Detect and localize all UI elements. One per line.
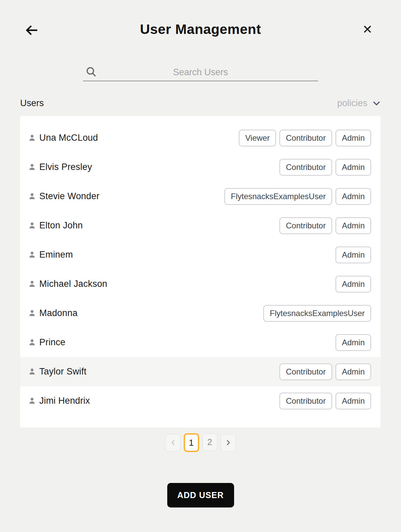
person-icon	[29, 164, 36, 171]
search-icon	[86, 66, 97, 78]
user-name: Michael Jackson	[39, 279, 336, 289]
list-header: Users policies	[20, 98, 380, 108]
policy-badge[interactable]: Contributor	[279, 393, 332, 409]
user-name: Elvis Presley	[39, 162, 279, 172]
policy-badge[interactable]: Admin	[336, 363, 371, 380]
policy-badges: ContributorAdmin	[279, 217, 371, 234]
policy-badge[interactable]: Contributor	[279, 130, 332, 146]
user-row: Elton John ContributorAdmin	[20, 211, 381, 240]
policy-badge[interactable]: Contributor	[279, 363, 332, 380]
policies-dropdown[interactable]: policies	[337, 98, 380, 108]
close-icon: ✕	[362, 23, 372, 37]
policy-badge[interactable]: Contributor	[279, 159, 332, 176]
add-user-button[interactable]: ADD USER	[167, 483, 234, 507]
policy-badges: Admin	[336, 334, 371, 351]
user-row: Elvis Presley ContributorAdmin	[20, 152, 381, 182]
search-input[interactable]	[83, 64, 318, 81]
user-name: Stevie Wonder	[39, 191, 224, 202]
person-icon	[29, 134, 36, 141]
page-number-buttons: 12	[184, 433, 218, 452]
policy-badge[interactable]: Admin	[336, 276, 371, 293]
user-row: Prince Admin	[20, 328, 381, 357]
user-row: Stevie Wonder FlytesnacksExamplesUserAdm…	[20, 182, 381, 211]
user-row: Jimi Hendrix ContributorAdmin	[20, 386, 381, 415]
user-row: Eminem Admin	[20, 240, 381, 269]
policy-badge[interactable]: Contributor	[279, 217, 332, 234]
person-icon	[29, 193, 36, 200]
user-row: Taylor Swift ContributorAdmin	[20, 357, 381, 386]
chevron-down-icon	[373, 101, 380, 106]
policy-badges: FlytesnacksExamplesUserAdmin	[224, 188, 371, 205]
policy-badges: Admin	[336, 247, 371, 263]
policy-badges: ContributorAdmin	[279, 363, 371, 380]
user-row: Michael Jackson Admin	[20, 269, 381, 299]
user-row: Una McCLoud ViewerContributorAdmin	[20, 123, 381, 152]
policy-badges: Admin	[336, 276, 371, 293]
pagination-next-button[interactable]	[221, 434, 236, 452]
user-list: Una McCLoud ViewerContributorAdmin Elvis…	[20, 116, 381, 428]
user-name: Elton John	[39, 220, 279, 231]
policy-badge[interactable]: Admin	[336, 247, 371, 263]
person-icon	[29, 368, 36, 375]
policy-badges: ViewerContributorAdmin	[239, 130, 371, 146]
person-icon	[29, 397, 36, 404]
pagination-page-button[interactable]: 2	[202, 433, 218, 451]
policy-badges: ContributorAdmin	[279, 159, 371, 176]
pagination-prev-button[interactable]	[165, 434, 181, 452]
user-name: Madonna	[39, 308, 263, 318]
user-name: Jimi Hendrix	[39, 396, 279, 406]
search-bar	[83, 64, 318, 81]
user-row: Madonna FlytesnacksExamplesUser	[20, 299, 381, 328]
list-title: Users	[20, 98, 44, 108]
person-icon	[29, 339, 36, 346]
policy-badges: ContributorAdmin	[279, 393, 371, 409]
pagination-page-button[interactable]: 1	[184, 433, 199, 452]
policy-badge[interactable]: Admin	[336, 159, 371, 176]
policy-badge[interactable]: Admin	[336, 130, 371, 146]
policy-badge[interactable]: Admin	[336, 188, 371, 205]
user-name: Una McCLoud	[39, 133, 239, 143]
policy-badge[interactable]: FlytesnacksExamplesUser	[263, 305, 371, 322]
policies-dropdown-label: policies	[337, 98, 367, 108]
user-management-screen: User Management ✕ Users policies	[0, 0, 401, 532]
person-icon	[29, 251, 36, 258]
policy-badge[interactable]: Admin	[336, 393, 371, 409]
user-name: Eminem	[39, 250, 336, 260]
policy-badge[interactable]: Admin	[336, 217, 371, 234]
header: User Management ✕	[0, 0, 401, 44]
person-icon	[29, 310, 36, 317]
policy-badge[interactable]: FlytesnacksExamplesUser	[224, 188, 332, 205]
person-icon	[29, 280, 36, 287]
page-title: User Management	[0, 21, 401, 37]
policy-badges: FlytesnacksExamplesUser	[263, 305, 371, 322]
policy-badge[interactable]: Viewer	[239, 130, 276, 146]
user-name: Taylor Swift	[39, 366, 279, 377]
pagination: 12	[0, 433, 401, 452]
person-icon	[29, 222, 36, 229]
user-name: Prince	[39, 337, 336, 348]
close-button[interactable]: ✕	[359, 21, 375, 38]
policy-badge[interactable]: Admin	[336, 334, 371, 351]
